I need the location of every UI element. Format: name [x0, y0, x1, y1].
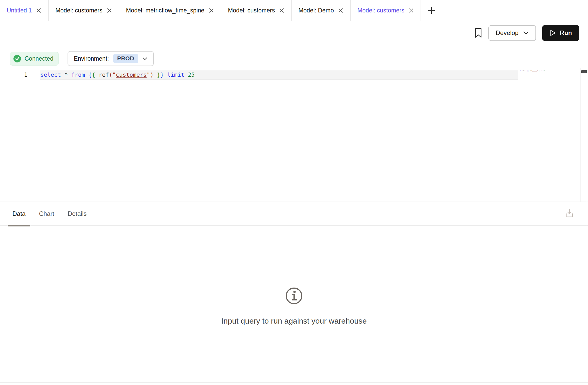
add-tab-button[interactable] — [421, 0, 442, 21]
tab-model-metricflow-time-spine[interactable]: Model: metricflow_time_spine — [119, 0, 221, 21]
environment-label: Environment: — [74, 55, 109, 62]
editor-scrollbar-thumb[interactable] — [581, 70, 587, 73]
tab-data[interactable]: Data — [8, 202, 30, 225]
editor-tab-bar: Untitled 1 Model: customers Model: metri… — [0, 0, 588, 21]
toolbar: Develop Run — [474, 25, 579, 41]
tab-label: Model: customers — [228, 7, 275, 14]
download-button[interactable] — [565, 208, 574, 219]
code-content: select * from {{ ref("customers") }} lim… — [40, 72, 195, 78]
bookmark-icon — [474, 28, 482, 38]
run-label: Run — [560, 29, 572, 37]
editor-minimap[interactable]: select * from {{ ref("customers") }} lim… — [519, 70, 545, 72]
chevron-down-icon — [523, 31, 529, 35]
empty-state-message: Input query to run against your warehous… — [0, 317, 588, 325]
connection-status-label: Connected — [25, 55, 53, 62]
code-line-1[interactable]: 1 select * from {{ ref("customers") }} l… — [0, 70, 588, 80]
results-tab-bar: Data Chart Details — [0, 202, 588, 226]
close-icon[interactable] — [107, 8, 112, 13]
plus-icon — [427, 6, 436, 15]
results-panel: Data Chart Details Input query to run ag… — [0, 202, 588, 383]
tab-label: Model: customers — [55, 7, 102, 14]
tab-label: Model: metricflow_time_spine — [126, 7, 204, 14]
connection-status-badge: Connected — [10, 52, 59, 66]
run-button[interactable]: Run — [542, 25, 579, 41]
tab-label: Model: Demo — [298, 7, 334, 14]
tab-label: Untitled 1 — [7, 7, 32, 14]
window-bottom-edge — [0, 382, 588, 383]
download-icon — [565, 208, 574, 218]
close-icon[interactable] — [279, 8, 284, 13]
tab-label: Model: customers — [357, 7, 405, 14]
sql-code-editor[interactable]: 1 select * from {{ ref("customers") }} l… — [0, 68, 588, 202]
chevron-down-icon — [142, 57, 148, 60]
line-number: 1 — [0, 72, 40, 78]
tab-details[interactable]: Details — [63, 202, 91, 225]
develop-label: Develop — [496, 29, 518, 37]
app-window: Untitled 1 Model: customers Model: metri… — [0, 0, 588, 385]
bookmark-button[interactable] — [474, 28, 482, 38]
develop-button[interactable]: Develop — [488, 25, 536, 41]
close-icon[interactable] — [408, 8, 414, 13]
close-icon[interactable] — [338, 8, 343, 13]
tab-chart[interactable]: Chart — [34, 202, 59, 225]
editor-scrollbar-track — [580, 68, 581, 202]
tab-model-customers-1[interactable]: Model: customers — [49, 0, 119, 21]
play-icon — [549, 29, 556, 37]
tab-untitled-1[interactable]: Untitled 1 — [0, 0, 49, 21]
check-circle-icon — [13, 55, 21, 63]
window-right-edge — [587, 21, 587, 383]
tab-model-customers-3[interactable]: Model: customers — [351, 0, 421, 21]
info-icon — [285, 287, 303, 305]
tab-model-customers-2[interactable]: Model: customers — [221, 0, 292, 21]
tab-model-demo[interactable]: Model: Demo — [292, 0, 351, 21]
close-icon[interactable] — [209, 8, 214, 13]
empty-results-state: Input query to run against your warehous… — [0, 287, 588, 325]
status-bar: Connected Environment: PROD — [10, 51, 154, 66]
environment-value-badge: PROD — [113, 54, 138, 63]
close-icon[interactable] — [36, 8, 41, 13]
environment-selector[interactable]: Environment: PROD — [68, 51, 154, 66]
